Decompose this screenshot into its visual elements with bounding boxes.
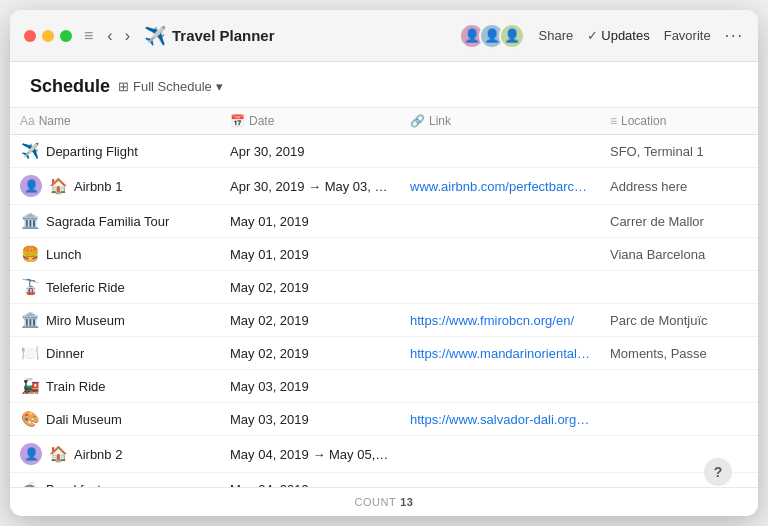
titlebar: ≡ ‹ › ✈️ Travel Planner 👤 👤 👤 Share ✓ Up… [10, 10, 758, 62]
row-name: Airbnb 2 [74, 447, 122, 462]
help-label: ? [714, 464, 723, 480]
share-label: Share [539, 28, 574, 43]
row-link [400, 271, 600, 304]
row-link [400, 238, 600, 271]
row-icon: 🍔 [20, 245, 40, 263]
col-header-date: 📅Date [220, 108, 400, 135]
row-link [400, 135, 600, 168]
col-header-name: AaName [10, 108, 220, 135]
row-location [600, 271, 758, 304]
schedule-header: Schedule ⊞ Full Schedule ▾ [10, 62, 758, 108]
row-date: May 03, 2019 [220, 370, 400, 403]
row-icon: 🏠 [48, 445, 68, 463]
row-name: Dali Museum [46, 412, 122, 427]
row-date: May 02, 2019 [220, 304, 400, 337]
name-col-icon: Aa [20, 114, 35, 128]
row-icon: ☕ [20, 480, 40, 487]
row-link [400, 370, 600, 403]
check-icon: ✓ [587, 28, 598, 43]
table-row[interactable]: ✈️Departing FlightApr 30, 2019SFO, Termi… [10, 135, 758, 168]
view-selector[interactable]: ⊞ Full Schedule ▾ [118, 79, 223, 94]
table-row[interactable]: ☕BreakfastMay 04, 2019 [10, 473, 758, 488]
updates-label: Updates [601, 28, 649, 43]
row-link [400, 436, 600, 473]
table-row[interactable]: 🚂Train RideMay 03, 2019 [10, 370, 758, 403]
row-location: Carrer de Mallor [600, 205, 758, 238]
maximize-button[interactable] [60, 30, 72, 42]
updates-button[interactable]: ✓ Updates [587, 28, 649, 43]
row-location: Parc de Montjuïc [600, 304, 758, 337]
close-button[interactable] [24, 30, 36, 42]
table-row[interactable]: 🎨Dali MuseumMay 03, 2019https://www.salv… [10, 403, 758, 436]
more-icon: ··· [725, 27, 744, 45]
minimize-button[interactable] [42, 30, 54, 42]
row-icon: 🏠 [48, 177, 68, 195]
row-avatar: 👤 [20, 443, 42, 465]
table-row[interactable]: 👤🏠Airbnb 2May 04, 2019 → May 05, 2019 [10, 436, 758, 473]
link-col-icon: 🔗 [410, 114, 425, 128]
row-name: Departing Flight [46, 144, 138, 159]
menu-icon[interactable]: ≡ [84, 27, 93, 45]
location-col-icon: ≡ [610, 114, 617, 128]
row-location: SFO, Terminal 1 [600, 135, 758, 168]
row-name: Dinner [46, 346, 84, 361]
row-name: Airbnb 1 [74, 179, 122, 194]
row-location: Viana Barcelona [600, 238, 758, 271]
table-row[interactable]: 🍽️DinnerMay 02, 2019https://www.mandarin… [10, 337, 758, 370]
row-location [600, 436, 758, 473]
back-button[interactable]: ‹ [103, 25, 116, 47]
table-row[interactable]: 🚡Teleferic RideMay 02, 2019 [10, 271, 758, 304]
row-link [400, 473, 600, 488]
row-date: May 01, 2019 [220, 238, 400, 271]
row-link[interactable]: https://www.salvador-dali.org/en/ [400, 403, 600, 436]
row-location [600, 473, 758, 488]
row-icon: 🏛️ [20, 212, 40, 230]
row-icon: 🏛️ [20, 311, 40, 329]
app-title: Travel Planner [172, 27, 459, 44]
avatar-group: 👤 👤 👤 [459, 23, 525, 49]
row-date: May 01, 2019 [220, 205, 400, 238]
count-label: COUNT [355, 496, 397, 508]
row-name: Lunch [46, 247, 81, 262]
footer: COUNT 13 [10, 487, 758, 516]
date-col-icon: 📅 [230, 114, 245, 128]
table-icon: ⊞ [118, 79, 129, 94]
row-link[interactable]: https://www.mandarinoriental.com/t [400, 337, 600, 370]
row-date: Apr 30, 2019 → May 03, 2019 [220, 168, 400, 205]
row-icon: ✈️ [20, 142, 40, 160]
avatar-3: 👤 [499, 23, 525, 49]
row-location [600, 403, 758, 436]
help-button[interactable]: ? [704, 458, 732, 486]
more-button[interactable]: ··· [725, 27, 744, 45]
titlebar-actions: 👤 👤 👤 Share ✓ Updates Favorite ··· [459, 23, 744, 49]
schedule-title: Schedule [30, 76, 110, 97]
row-date: May 02, 2019 [220, 337, 400, 370]
row-date: May 02, 2019 [220, 271, 400, 304]
row-icon: 🎨 [20, 410, 40, 428]
row-location [600, 370, 758, 403]
row-link [400, 205, 600, 238]
col-header-location: ≡Location [600, 108, 758, 135]
row-name: Miro Museum [46, 313, 125, 328]
row-name: Sagrada Familia Tour [46, 214, 169, 229]
content-area: Schedule ⊞ Full Schedule ▾ AaName [10, 62, 758, 487]
share-button[interactable]: Share [539, 28, 574, 43]
row-name: Train Ride [46, 379, 105, 394]
row-date: May 04, 2019 → May 05, 2019 [220, 436, 400, 473]
table-row[interactable]: 🏛️Sagrada Familia TourMay 01, 2019Carrer… [10, 205, 758, 238]
row-location: Moments, Passe [600, 337, 758, 370]
table-row[interactable]: 🍔LunchMay 01, 2019Viana Barcelona [10, 238, 758, 271]
favorite-button[interactable]: Favorite [664, 28, 711, 43]
row-link[interactable]: www.airbnb.com/perfectbarcelonah [400, 168, 600, 205]
forward-button[interactable]: › [121, 25, 134, 47]
table-row[interactable]: 🏛️Miro MuseumMay 02, 2019https://www.fmi… [10, 304, 758, 337]
favorite-label: Favorite [664, 28, 711, 43]
row-link[interactable]: https://www.fmirobcn.org/en/ [400, 304, 600, 337]
row-icon: 🚡 [20, 278, 40, 296]
row-date: May 03, 2019 [220, 403, 400, 436]
app-icon: ✈️ [144, 25, 166, 47]
schedule-table: AaName 📅Date 🔗Link ≡Location [10, 108, 758, 487]
row-date: Apr 30, 2019 [220, 135, 400, 168]
table-row[interactable]: 👤🏠Airbnb 1Apr 30, 2019 → May 03, 2019www… [10, 168, 758, 205]
view-label: Full Schedule [133, 79, 212, 94]
